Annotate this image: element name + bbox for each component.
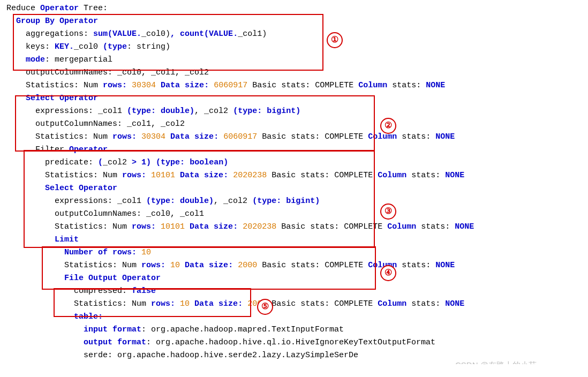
select2-expr: expressions: _col1 (type: double), _col2… xyxy=(6,195,582,208)
groupby-mode: mode: mergepartial xyxy=(6,54,582,66)
watermark: CSDN @在路上的小苑 xyxy=(455,359,537,364)
select1-stats: Statistics: Num rows: 30304 Data size: 6… xyxy=(6,131,582,144)
operator-kw: Operator xyxy=(40,4,79,13)
limit-title: Limit xyxy=(6,233,582,246)
select1-title: Select Operator xyxy=(6,92,582,105)
fileout-stats: Statistics: Num rows: 10 Data size: 2000… xyxy=(6,298,582,311)
groupby-keys: keys: KEY._col0 (type: string) xyxy=(6,41,582,54)
limit-numrows: Number of rows: 10 xyxy=(6,246,582,259)
filter-title: Filter Operator xyxy=(6,144,582,156)
groupby-out: outputColumnNames: _col0, _col1, _col2 xyxy=(6,66,582,79)
select1-expr: expressions: _col1 (type: double), _col2… xyxy=(6,105,582,118)
header-line: Reduce Operator Tree: xyxy=(6,2,582,15)
groupby-agg: aggregations: sum(VALUE._col0), count(VA… xyxy=(6,28,582,41)
fileout-compressed: compressed: false xyxy=(6,285,582,298)
groupby-stats: Statistics: Num rows: 30304 Data size: 6… xyxy=(6,79,582,92)
fileout-outputfmt: output format: org.apache.hadoop.hive.ql… xyxy=(6,336,582,349)
groupby-title: Group By Operator xyxy=(6,15,582,28)
select2-out: outputColumnNames: _col0, _col1 xyxy=(6,208,582,221)
filter-predicate: predicate: (_col2 > 1) (type: boolean) xyxy=(6,156,582,169)
limit-stats: Statistics: Num rows: 10 Data size: 2000… xyxy=(6,259,582,272)
fileout-inputfmt: input format: org.apache.hadoop.mapred.T… xyxy=(6,323,582,336)
select2-title: Select Operator xyxy=(6,182,582,195)
fileout-table: table: xyxy=(6,311,582,323)
select2-stats: Statistics: Num rows: 10101 Data size: 2… xyxy=(6,221,582,233)
operator-tree: Reduce Operator Tree: Group By Operator … xyxy=(6,2,582,362)
filter-stats: Statistics: Num rows: 10101 Data size: 2… xyxy=(6,169,582,182)
fileout-title: File Output Operator xyxy=(6,272,582,285)
select1-out: outputColumnNames: _col1, _col2 xyxy=(6,118,582,131)
